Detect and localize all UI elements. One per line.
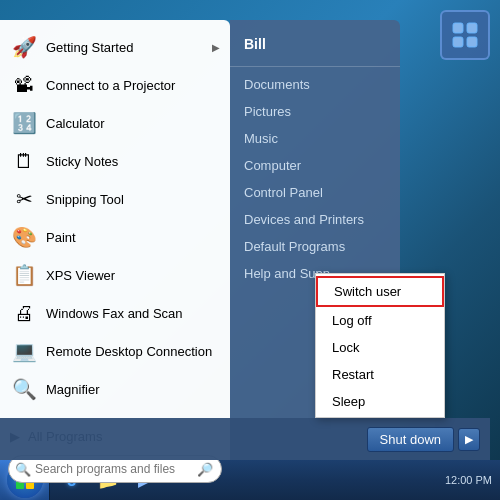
arrow-icon: ▶	[212, 42, 220, 53]
right-item-music[interactable]: Music	[230, 125, 400, 152]
user-name: Bill	[230, 28, 400, 67]
menu-item-remote-desktop[interactable]: 💻Remote Desktop Connection	[0, 332, 230, 370]
shutdown-button[interactable]: Shut down	[367, 427, 454, 452]
calculator-icon: 🔢	[10, 109, 38, 137]
taskbar-time: 12:00 PM	[445, 474, 492, 486]
sticky-notes-label: Sticky Notes	[46, 154, 220, 169]
right-item-default-programs[interactable]: Default Programs	[230, 233, 400, 260]
menu-item-getting-started[interactable]: 🚀Getting Started▶	[0, 28, 230, 66]
remote-desktop-label: Remote Desktop Connection	[46, 344, 220, 359]
right-item-documents[interactable]: Documents	[230, 71, 400, 98]
menu-item-windows-fax[interactable]: 🖨Windows Fax and Scan	[0, 294, 230, 332]
remote-desktop-icon: 💻	[10, 337, 38, 365]
menu-item-magnifier[interactable]: 🔍Magnifier	[0, 370, 230, 408]
menu-item-snipping-tool[interactable]: ✂Snipping Tool	[0, 180, 230, 218]
submenu-item-switch-user[interactable]: Switch user	[316, 276, 444, 307]
desktop: 🚀Getting Started▶📽Connect to a Projector…	[0, 0, 500, 500]
submenu-item-log-off[interactable]: Log off	[316, 307, 444, 334]
calculator-label: Calculator	[46, 116, 220, 131]
magnifier-icon: 🔍	[10, 375, 38, 403]
search-icon: 🔍	[15, 462, 31, 477]
start-menu-bottom: Shut down ▶	[0, 418, 490, 460]
taskbar-right: 12:00 PM	[437, 474, 500, 486]
getting-started-icon: 🚀	[10, 33, 38, 61]
connect-projector-label: Connect to a Projector	[46, 78, 220, 93]
sticky-notes-icon: 🗒	[10, 147, 38, 175]
programs-list: 🚀Getting Started▶📽Connect to a Projector…	[0, 20, 230, 416]
submenu-item-lock[interactable]: Lock	[316, 334, 444, 361]
windows-fax-icon: 🖨	[10, 299, 38, 327]
right-item-control-panel[interactable]: Control Panel	[230, 179, 400, 206]
shutdown-arrow-button[interactable]: ▶	[458, 428, 480, 451]
getting-started-label: Getting Started	[46, 40, 204, 55]
menu-item-calculator[interactable]: 🔢Calculator	[0, 104, 230, 142]
xps-viewer-label: XPS Viewer	[46, 268, 220, 283]
search-input[interactable]	[35, 462, 195, 476]
magnifier-label: Magnifier	[46, 382, 220, 397]
search-button[interactable]: 🔎	[195, 459, 215, 479]
power-submenu: Switch userLog offLockRestartSleep	[315, 273, 445, 418]
menu-item-sticky-notes[interactable]: 🗒Sticky Notes	[0, 142, 230, 180]
connect-projector-icon: 📽	[10, 71, 38, 99]
menu-item-connect-projector[interactable]: 📽Connect to a Projector	[0, 66, 230, 104]
windows-fax-label: Windows Fax and Scan	[46, 306, 220, 321]
paint-icon: 🎨	[10, 223, 38, 251]
menu-item-xps-viewer[interactable]: 📋XPS Viewer	[0, 256, 230, 294]
start-menu-left: 🚀Getting Started▶📽Connect to a Projector…	[0, 20, 230, 460]
xps-viewer-icon: 📋	[10, 261, 38, 289]
paint-label: Paint	[46, 230, 220, 245]
snipping-tool-label: Snipping Tool	[46, 192, 220, 207]
submenu-item-restart[interactable]: Restart	[316, 361, 444, 388]
right-item-pictures[interactable]: Pictures	[230, 98, 400, 125]
right-item-computer[interactable]: Computer	[230, 152, 400, 179]
submenu-item-sleep[interactable]: Sleep	[316, 388, 444, 415]
menu-item-paint[interactable]: 🎨Paint	[0, 218, 230, 256]
snipping-tool-icon: ✂	[10, 185, 38, 213]
right-item-devices-printers[interactable]: Devices and Printers	[230, 206, 400, 233]
